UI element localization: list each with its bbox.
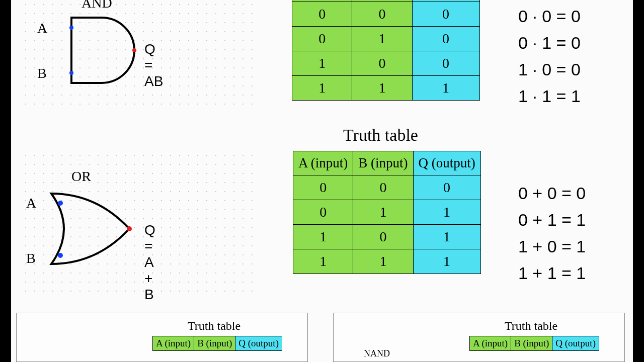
and-eq-row: 0 · 1 = 0 <box>518 30 581 56</box>
svg-point-0 <box>69 26 73 30</box>
table-row: 000 <box>292 2 480 27</box>
and-eq-row: 1 · 1 = 1 <box>518 83 581 110</box>
bottom-left-panel: Truth table A (input) B (input) Q (outpu… <box>16 313 308 362</box>
table-row: 100 <box>292 51 480 76</box>
svg-point-5 <box>127 226 132 231</box>
svg-point-1 <box>69 71 73 75</box>
table-row: 010 <box>292 27 480 51</box>
and-gate-name: AND <box>82 0 112 11</box>
or-truth-table: A (input) B (input) Q (output) 000 011 1… <box>293 151 481 274</box>
nand-label: NAND <box>364 348 390 359</box>
and-eq-row: 1 · 0 = 0 <box>518 56 581 83</box>
or-th-q: Q (output) <box>413 151 480 175</box>
or-truth-header-row: A (input) B (input) Q (output) <box>293 151 481 175</box>
table-row: 000 <box>293 175 481 200</box>
or-truth-title: Truth table <box>343 126 418 145</box>
bottom-left-title: Truth table <box>188 319 240 333</box>
or-input-b-label: B <box>26 250 36 266</box>
or-input-a-label: A <box>26 195 36 211</box>
and-equation-list: 0 · 0 = 0 0 · 1 = 0 1 · 0 = 0 1 · 1 = 1 <box>518 3 581 110</box>
or-th-b: B (input) <box>353 151 413 175</box>
or-equation-list: 0 + 0 = 0 0 + 1 = 1 1 + 0 = 1 1 + 1 = 1 <box>518 180 586 287</box>
bottom-right-title: Truth table <box>505 319 557 333</box>
and-equation: Q = AB <box>144 41 163 89</box>
or-gate-icon <box>41 186 142 272</box>
svg-point-3 <box>58 201 63 206</box>
table-row: 101 <box>293 225 481 249</box>
and-gate-icon <box>56 10 147 90</box>
table-row: 111 <box>292 76 480 101</box>
and-truth-table: A (input) B (input) Q (output) 000 010 1… <box>292 0 480 101</box>
or-eq-row: 0 + 0 = 0 <box>518 180 586 207</box>
bottom-left-truth-header: A (input) B (input) Q (output) <box>152 336 282 351</box>
or-equation: Q = A + B <box>144 222 155 303</box>
or-eq-row: 0 + 1 = 1 <box>518 207 586 233</box>
and-input-a-label: A <box>37 20 47 36</box>
or-th-a: A (input) <box>293 151 353 175</box>
table-row: 011 <box>293 200 481 225</box>
or-gate-name: OR <box>71 168 91 185</box>
table-row: 111 <box>293 249 481 274</box>
bottom-right-truth-header: A (input) B (input) Q (output) <box>469 336 599 351</box>
bottom-right-panel: Truth table NAND A (input) B (input) Q (… <box>333 313 625 362</box>
or-eq-row: 1 + 0 = 1 <box>518 233 586 260</box>
or-eq-row: 1 + 1 = 1 <box>518 260 586 287</box>
svg-point-4 <box>58 253 63 258</box>
svg-point-2 <box>132 48 136 52</box>
and-input-b-label: B <box>37 65 47 81</box>
page: AND A B Q = AB A (input) B (input) Q (ou… <box>11 0 633 362</box>
and-eq-row: 0 · 0 = 0 <box>518 3 581 30</box>
